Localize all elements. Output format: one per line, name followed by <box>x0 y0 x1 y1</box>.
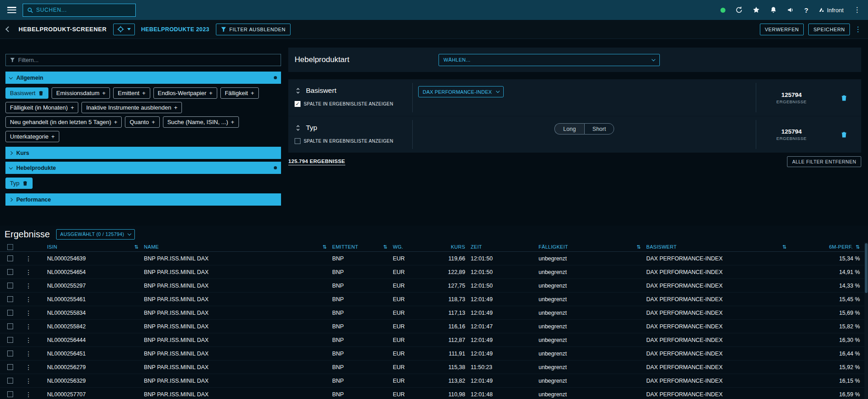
filter-chip[interactable]: Emissionsdatum + <box>52 87 110 99</box>
announcements-megaphone-icon[interactable] <box>787 6 794 14</box>
selected-dropdown[interactable]: AUSGEWÄHLT (0 / 125794) <box>56 229 135 240</box>
reorder-icon[interactable] <box>295 87 301 94</box>
filter-chip[interactable]: Quanto + <box>125 116 159 128</box>
row-menu-icon[interactable]: ⋮ <box>25 337 47 344</box>
row-menu-icon[interactable]: ⋮ <box>25 350 47 357</box>
row-checkbox[interactable] <box>7 310 13 316</box>
row-checkbox[interactable] <box>7 378 13 384</box>
show-column-checkbox[interactable]: ✓ <box>295 101 300 107</box>
row-checkbox[interactable] <box>7 296 13 302</box>
section-hebelprodukte[interactable]: Hebelprodukte <box>5 162 281 174</box>
typ-long-button[interactable]: Long <box>554 123 584 135</box>
vertical-scrollbar[interactable] <box>864 242 868 399</box>
trash-icon[interactable] <box>38 90 44 96</box>
hide-filters-button[interactable]: FILTER AUSBLENDEN <box>216 24 291 35</box>
row-menu-icon[interactable]: ⋮ <box>25 391 47 398</box>
column-header-wg[interactable]: WG. <box>393 244 429 250</box>
search-input[interactable] <box>36 7 131 13</box>
sidebar-filter-input[interactable] <box>18 57 277 63</box>
row-checkbox[interactable] <box>7 364 13 370</box>
filter-chip[interactable]: Endlos-Wertpapier + <box>153 87 217 99</box>
table-row[interactable]: ⋮ NL0000255297 BNP PAR.ISS.MINIL DAX BNP… <box>0 279 868 293</box>
row-checkbox[interactable] <box>7 255 13 261</box>
table-row[interactable]: ⋮ NL0000256329 BNP PAR.ISS.MINIL DAX BNP… <box>0 374 868 388</box>
favorites-star-icon[interactable] <box>753 6 760 14</box>
column-header-zeit[interactable]: ZEIT <box>470 244 539 250</box>
row-checkbox[interactable] <box>7 391 13 397</box>
column-header-emittent[interactable]: EMITTENT ⇅ <box>332 244 393 250</box>
sort-icon[interactable]: ⇅ <box>782 244 787 250</box>
help-icon[interactable]: ? <box>804 6 808 14</box>
table-row[interactable]: ⋮ NL0000256451 BNP PAR.ISS.MINIL DAX BNP… <box>0 347 868 361</box>
row-menu-icon[interactable]: ⋮ <box>25 255 47 262</box>
row-menu-icon[interactable]: ⋮ <box>25 323 47 330</box>
table-row[interactable]: ⋮ NL0000256444 BNP PAR.ISS.MINIL DAX BNP… <box>0 333 868 347</box>
row-checkbox[interactable] <box>7 269 13 275</box>
sort-icon[interactable]: ⇅ <box>134 244 138 250</box>
filter-chip[interactable]: Typ <box>5 178 33 189</box>
section-performance[interactable]: Performance <box>5 193 281 206</box>
row-menu-icon[interactable]: ⋮ <box>25 296 47 303</box>
filter-chip[interactable]: Neu gehandelt (in den letzten 5 Tagen) + <box>5 116 122 128</box>
menu-icon[interactable] <box>7 7 16 13</box>
sidebar-filter-search[interactable] <box>5 54 281 66</box>
chevron-down-icon <box>128 231 131 235</box>
row-checkbox[interactable] <box>7 283 13 288</box>
section-kurs[interactable]: Kurs <box>5 147 281 159</box>
basiswert-value-dropdown[interactable]: DAX PERFORMANCE-INDEX <box>418 86 504 97</box>
global-search[interactable] <box>23 4 136 17</box>
link-target-button[interactable] <box>113 24 135 35</box>
sort-icon[interactable]: ⇅ <box>322 244 327 250</box>
filter-chip[interactable]: Inaktive Instrumente ausblenden + <box>81 102 182 113</box>
remove-filter-button[interactable] <box>827 79 861 116</box>
row-menu-icon[interactable]: ⋮ <box>25 282 47 289</box>
sort-icon[interactable]: ⇅ <box>383 244 387 250</box>
section-allgemein[interactable]: Allgemein <box>5 72 281 84</box>
filter-chip[interactable]: Unterkategorie + <box>5 131 59 142</box>
table-row[interactable]: ⋮ NL0000257707 BNP PAR.ISS.MINIL DAX BNP… <box>0 388 868 399</box>
table-row[interactable]: ⋮ NL0000255461 BNP PAR.ISS.MINIL DAX BNP… <box>0 293 868 306</box>
topbar-overflow-menu-icon[interactable]: ⋮ <box>854 6 861 14</box>
discard-button[interactable]: VERWERFEN <box>760 24 804 35</box>
column-header-kurs[interactable]: KURS <box>429 244 470 250</box>
filter-chip[interactable]: Emittent + <box>113 87 150 99</box>
filter-chip[interactable]: Basiswert <box>5 87 48 99</box>
notifications-bell-icon[interactable] <box>770 6 777 14</box>
select-all-checkbox[interactable] <box>7 244 13 250</box>
row-menu-icon[interactable]: ⋮ <box>25 309 47 317</box>
sort-icon[interactable]: ⇅ <box>636 244 641 250</box>
saved-screen-link[interactable]: HEBELPRODUKTE 2023 <box>141 26 210 33</box>
table-row[interactable]: ⋮ NL0000254639 BNP PAR.ISS.MINIL DAX BNP… <box>0 252 868 265</box>
typ-short-button[interactable]: Short <box>584 123 614 135</box>
column-header-6m-perf[interactable]: 6M-PERF. ⇅ <box>792 244 868 250</box>
row-checkbox[interactable] <box>7 351 13 356</box>
toolbar-overflow-menu-icon[interactable]: ⋮ <box>854 26 862 33</box>
row-menu-icon[interactable]: ⋮ <box>25 364 47 371</box>
column-header-name[interactable]: NAME ⇅ <box>144 244 332 250</box>
save-button[interactable]: SPEICHERN <box>808 24 850 35</box>
table-row[interactable]: ⋮ NL0000254654 BNP PAR.ISS.MINIL DAX BNP… <box>0 265 868 279</box>
trash-icon[interactable] <box>22 180 28 186</box>
column-header-isin[interactable]: ISIN ⇅ <box>47 244 144 250</box>
row-checkbox[interactable] <box>7 323 13 329</box>
column-header-basiswert[interactable]: BASISWERT ⇅ <box>646 244 792 250</box>
scrollbar-thumb[interactable] <box>865 243 868 293</box>
table-row[interactable]: ⋮ NL0000255842 BNP PAR.ISS.MINIL DAX BNP… <box>0 320 868 333</box>
hebelproduktart-select[interactable]: WÄHLEN... <box>439 54 660 66</box>
clear-all-filters-button[interactable]: ALLE FILTER ENTFERNEN <box>787 156 861 167</box>
remove-filter-button[interactable] <box>827 116 861 153</box>
filter-chip[interactable]: Fälligkeit (in Monaten) + <box>5 102 78 113</box>
table-row[interactable]: ⋮ NL0000255834 BNP PAR.ISS.MINIL DAX BNP… <box>0 306 868 320</box>
column-header-faelligkeit[interactable]: FÄLLIGKEIT ⇅ <box>539 244 646 250</box>
sync-icon[interactable] <box>735 6 743 14</box>
reorder-icon[interactable] <box>295 125 301 131</box>
show-column-checkbox[interactable] <box>295 138 300 144</box>
row-menu-icon[interactable]: ⋮ <box>25 269 47 276</box>
row-checkbox[interactable] <box>7 337 13 343</box>
row-menu-icon[interactable]: ⋮ <box>25 377 47 385</box>
filter-chip[interactable]: Fälligkeit + <box>220 87 259 99</box>
sort-icon[interactable]: ⇅ <box>855 244 860 250</box>
back-icon[interactable] <box>5 26 11 32</box>
filter-chip[interactable]: Suche (Name, ISIN, ...) + <box>163 116 239 128</box>
table-row[interactable]: ⋮ NL0000256279 BNP PAR.ISS.MINIL DAX BNP… <box>0 361 868 374</box>
